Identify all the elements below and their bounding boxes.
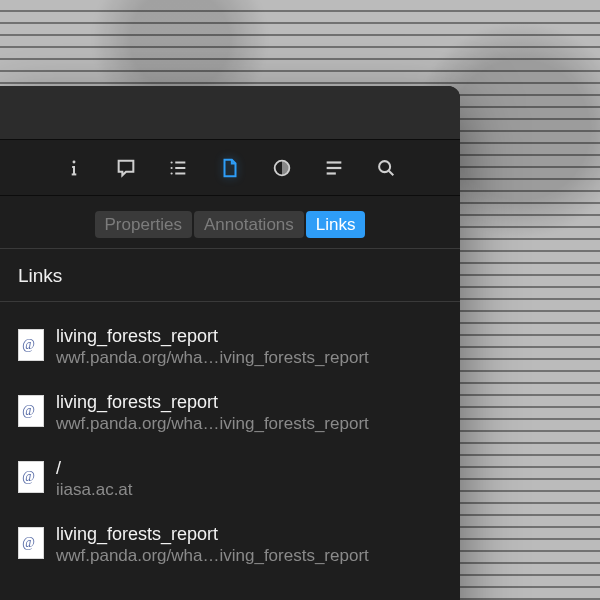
link-title: living_forests_report <box>56 392 442 414</box>
list-item[interactable]: living_forests_report wwf.panda.org/wha…… <box>14 384 446 450</box>
list-item-text: living_forests_report wwf.panda.org/wha…… <box>56 524 442 566</box>
tab-annotations[interactable]: Annotations <box>194 211 304 238</box>
link-title: / <box>56 458 442 480</box>
toolbar <box>0 140 460 196</box>
svg-point-1 <box>170 161 172 163</box>
list-item[interactable]: / iiasa.ac.at <box>14 450 446 516</box>
page-icon[interactable] <box>216 154 244 182</box>
svg-point-3 <box>170 172 172 174</box>
link-title: living_forests_report <box>56 524 442 546</box>
text-lines-icon[interactable] <box>320 154 348 182</box>
list-item-text: / iiasa.ac.at <box>56 458 442 500</box>
link-title: living_forests_report <box>56 326 442 348</box>
search-icon[interactable] <box>372 154 400 182</box>
link-url: wwf.panda.org/wha…iving_forests_report <box>56 546 442 566</box>
inspector-panel: Properties Annotations Links Links livin… <box>0 86 460 600</box>
list-item[interactable]: living_forests_report wwf.panda.org/wha…… <box>14 318 446 384</box>
window-titlebar[interactable] <box>0 86 460 140</box>
section-header-links: Links <box>0 248 460 302</box>
weblink-icon <box>18 461 44 493</box>
info-icon[interactable] <box>60 154 88 182</box>
svg-point-0 <box>73 160 76 163</box>
link-url: wwf.panda.org/wha…iving_forests_report <box>56 348 442 368</box>
svg-point-2 <box>170 166 172 168</box>
link-url: iiasa.ac.at <box>56 480 442 500</box>
link-url: wwf.panda.org/wha…iving_forests_report <box>56 414 442 434</box>
list-item-text: living_forests_report wwf.panda.org/wha…… <box>56 326 442 368</box>
weblink-icon <box>18 329 44 361</box>
list-item-text: living_forests_report wwf.panda.org/wha…… <box>56 392 442 434</box>
comment-icon[interactable] <box>112 154 140 182</box>
weblink-icon <box>18 395 44 427</box>
tab-segmented-control: Properties Annotations Links <box>0 196 460 248</box>
svg-point-5 <box>379 161 390 172</box>
weblink-icon <box>18 527 44 559</box>
links-list: living_forests_report wwf.panda.org/wha…… <box>0 302 460 582</box>
tab-properties[interactable]: Properties <box>95 211 192 238</box>
outline-icon[interactable] <box>164 154 192 182</box>
tab-links[interactable]: Links <box>306 211 366 238</box>
list-item[interactable]: living_forests_report wwf.panda.org/wha…… <box>14 516 446 582</box>
contrast-icon[interactable] <box>268 154 296 182</box>
